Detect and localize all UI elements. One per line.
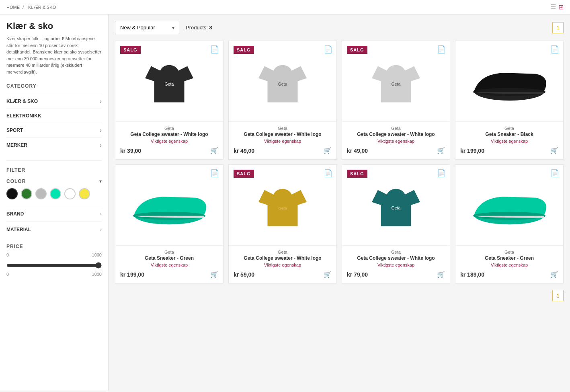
pagination-num-1[interactable]: 1 xyxy=(552,290,564,301)
cart-icon-7[interactable]: 🛒 xyxy=(437,271,445,278)
color-filter-toggle[interactable]: ▾ xyxy=(99,179,102,184)
product-image-svg-2: Geta xyxy=(252,51,313,111)
note-icon-6: 📄 xyxy=(324,169,332,178)
color-swatch-teal[interactable] xyxy=(50,188,61,199)
product-brand-6: Geta xyxy=(234,250,332,254)
product-link-3[interactable]: Viktigste egenskap xyxy=(347,139,445,144)
view-icons: ☰ ⊞ xyxy=(550,3,564,11)
product-card-8[interactable]: 📄 Geta Geta Sneaker - Green Viktigste eg… xyxy=(455,164,564,283)
list-view-icon[interactable]: ☰ xyxy=(550,3,556,11)
product-price-row-1: kr 39,00 🛒 xyxy=(120,147,218,154)
product-link-8[interactable]: Viktigste egenskap xyxy=(460,263,558,267)
product-card-5[interactable]: 📄 Geta Geta Sneaker - Green Viktigste eg… xyxy=(115,164,223,283)
product-info-3: Geta Geta College sweater - White logo V… xyxy=(342,121,450,159)
color-swatches xyxy=(6,188,102,199)
price-current-min: 0 xyxy=(6,272,9,277)
product-price-1: kr 39,00 xyxy=(120,148,141,154)
product-info-2: Geta Geta College sweater - White logo V… xyxy=(229,121,336,159)
product-price-row-6: kr 59,00 🛒 xyxy=(234,271,332,278)
product-badge-3: SALG xyxy=(347,46,367,54)
cart-icon-3[interactable]: 🛒 xyxy=(437,147,445,154)
sidebar-item-label: MERKER xyxy=(6,142,27,148)
category-section-title: CATEGORY xyxy=(6,83,102,89)
chevron-right-icon: › xyxy=(100,98,102,105)
product-card-7[interactable]: SALG 📄 Geta Geta Geta College sweater - … xyxy=(342,164,450,283)
sidebar-item-sport[interactable]: SPORT › xyxy=(6,123,102,138)
product-name-4: Geta Sneaker - Black xyxy=(460,131,558,137)
cart-icon-6[interactable]: 🛒 xyxy=(324,271,332,278)
product-card-2[interactable]: SALG 📄 Geta Geta Geta College sweater - … xyxy=(228,41,337,160)
product-badge-1: SALG xyxy=(120,46,141,54)
product-price-7: kr 79,00 xyxy=(347,271,368,278)
note-icon-1: 📄 xyxy=(210,45,219,54)
product-brand-5: Geta xyxy=(120,250,218,254)
product-image-svg-7: Geta xyxy=(366,175,426,235)
price-filter-label: PRICE xyxy=(6,244,102,249)
product-link-2[interactable]: Viktigste egenskap xyxy=(234,139,332,144)
cart-icon-8[interactable]: 🛒 xyxy=(550,271,558,278)
product-price-2: kr 49,00 xyxy=(234,148,254,154)
product-brand-2: Geta xyxy=(234,126,332,131)
product-link-4[interactable]: Viktigste egenskap xyxy=(460,139,558,144)
price-range-slider[interactable] xyxy=(6,262,102,269)
color-swatch-white[interactable] xyxy=(64,188,76,199)
chevron-right-icon: › xyxy=(100,211,102,217)
sort-select[interactable]: New & Popular Price Low to High Price Hi… xyxy=(115,21,179,34)
product-name-2: Geta College sweater - White logo xyxy=(234,131,332,137)
product-name-8: Geta Sneaker - Green xyxy=(460,255,558,261)
pagination-top[interactable]: 1 xyxy=(552,22,564,33)
product-image-svg-8 xyxy=(469,175,549,235)
sort-bar: New & Popular Price Low to High Price Hi… xyxy=(115,21,564,34)
products-count: 8 xyxy=(209,25,212,31)
sort-select-wrapper: New & Popular Price Low to High Price Hi… xyxy=(115,21,179,34)
products-grid: SALG 📄 Geta Geta Geta College sweater - … xyxy=(115,41,564,283)
product-link-7[interactable]: Viktigste egenskap xyxy=(347,263,445,267)
sidebar-item-elektronikk[interactable]: ELEKTRONIKK xyxy=(6,109,102,123)
product-info-1: Geta Geta College sweater - White logo V… xyxy=(115,121,223,159)
product-brand-1: Geta xyxy=(120,126,218,131)
cart-icon-4[interactable]: 🛒 xyxy=(550,147,558,154)
note-icon-4: 📄 xyxy=(550,45,559,54)
product-link-5[interactable]: Viktigste egenskap xyxy=(120,263,218,267)
cart-icon-2[interactable]: 🛒 xyxy=(324,147,332,154)
product-image-svg-1: Geta xyxy=(139,51,199,111)
color-swatch-gray[interactable] xyxy=(35,188,47,199)
product-price-row-8: kr 189,00 🛒 xyxy=(460,271,558,278)
product-link-1[interactable]: Viktigste egenskap xyxy=(120,139,218,144)
product-price-row-5: kr 199,00 🛒 xyxy=(120,271,218,278)
price-max-label: 1000 xyxy=(92,252,102,257)
breadcrumb-current: KLÆR & SKO xyxy=(28,5,56,10)
product-link-6[interactable]: Viktigste egenskap xyxy=(234,263,332,267)
pagination-bottom: 1 xyxy=(115,290,564,301)
product-price-row-2: kr 49,00 🛒 xyxy=(234,147,332,154)
color-swatch-black[interactable] xyxy=(6,188,18,199)
product-image-svg-5 xyxy=(129,175,209,235)
product-card-6[interactable]: SALG 📄 Geta Geta Geta College sweater - … xyxy=(228,164,337,283)
sidebar-item-label: SPORT xyxy=(6,127,23,133)
filter-material-label: MATERIAL xyxy=(6,227,31,232)
sidebar-item-klaer-sko[interactable]: KLÆR & SKO › xyxy=(6,94,102,109)
price-min-label: 0 xyxy=(6,252,9,257)
product-card-3[interactable]: SALG 📄 Geta Geta Geta College sweater - … xyxy=(342,41,450,160)
color-swatch-yellow[interactable] xyxy=(79,188,90,199)
filter-brand[interactable]: BRAND › xyxy=(6,206,102,222)
product-image-svg-3: Geta xyxy=(366,51,426,111)
product-name-5: Geta Sneaker - Green xyxy=(120,255,218,261)
color-filter-header: COLOR ▾ xyxy=(6,179,102,184)
cart-icon-1[interactable]: 🛒 xyxy=(210,147,218,154)
product-info-5: Geta Geta Sneaker - Green Viktigste egen… xyxy=(115,245,223,283)
cart-icon-5[interactable]: 🛒 xyxy=(210,271,218,278)
sidebar-item-label: KLÆR & SKO xyxy=(6,99,38,104)
product-card-1[interactable]: SALG 📄 Geta Geta Geta College sweater - … xyxy=(115,41,223,160)
breadcrumb-home[interactable]: HOME xyxy=(6,5,20,10)
color-filter-label: COLOR xyxy=(6,179,26,184)
note-icon-8: 📄 xyxy=(550,169,559,178)
color-swatch-green[interactable] xyxy=(21,188,32,199)
grid-view-icon[interactable]: ⊞ xyxy=(558,3,564,11)
product-image-area-5 xyxy=(115,165,223,245)
sidebar-item-merker[interactable]: MERKER › xyxy=(6,138,102,152)
filter-material[interactable]: MATERIAL › xyxy=(6,222,102,237)
product-card-4[interactable]: 📄 Geta Geta Sneaker - Black Viktigste eg… xyxy=(455,41,564,160)
product-info-7: Geta Geta College sweater - White logo V… xyxy=(342,245,450,283)
chevron-right-icon: › xyxy=(100,142,102,148)
